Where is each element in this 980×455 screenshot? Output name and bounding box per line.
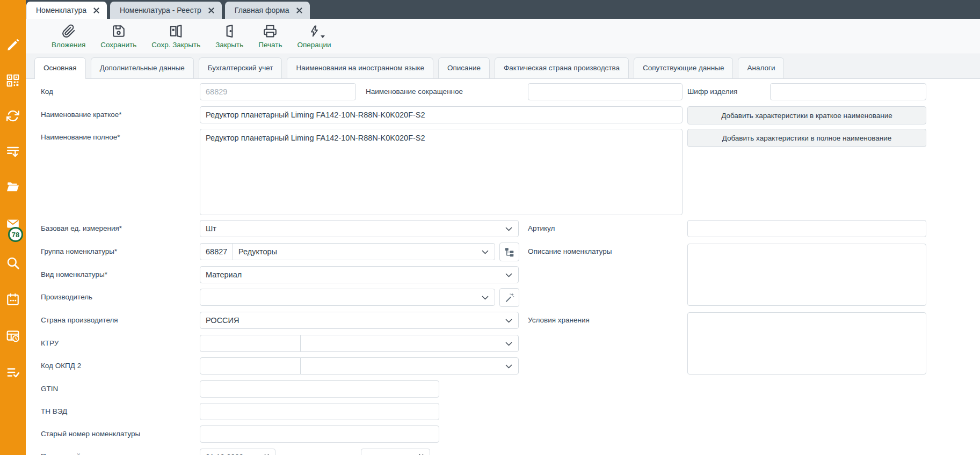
- product-cipher-input[interactable]: [770, 83, 926, 100]
- tnved-input[interactable]: [200, 403, 439, 420]
- base-unit-select[interactable]: Шт: [200, 220, 519, 237]
- nomenclature-description-label: Описание номенклатуры: [528, 247, 612, 255]
- date-from-value: 01.10.2022: [206, 453, 243, 455]
- magic-wand-icon: [504, 292, 514, 303]
- window-tab-glavnaya-forma[interactable]: Главная форма: [225, 2, 310, 19]
- toolbar-button-label: Сохранить: [100, 41, 136, 49]
- window-tab-label: Номенклатура - Реестр: [120, 6, 201, 14]
- manufacturer-country-value: РОССИЯ: [206, 316, 239, 325]
- toolbar-button-label: Закрыть: [215, 41, 243, 49]
- old-number-label: Старый номер номенклатуры: [41, 430, 140, 438]
- product-cipher-label: Шифр изделия: [687, 87, 737, 96]
- pencil-icon[interactable]: [6, 38, 20, 52]
- manufacturer-wizard-button[interactable]: [499, 288, 519, 307]
- tab-opisanie[interactable]: Описание: [438, 57, 490, 78]
- close-icon[interactable]: [208, 8, 214, 13]
- save-icon: [112, 24, 126, 39]
- okpd2-select[interactable]: [300, 357, 519, 375]
- window-tab-label: Главная форма: [235, 6, 289, 14]
- short-name-label: Наименование сокращенное: [366, 87, 463, 96]
- door-icon: [222, 24, 236, 39]
- nomenclature-kind-select[interactable]: Материал: [200, 266, 519, 283]
- storage-conditions-textarea[interactable]: [687, 312, 926, 375]
- chevron-down-icon: [482, 296, 489, 300]
- gtin-input[interactable]: [200, 380, 439, 398]
- chevron-down-icon: [505, 227, 512, 231]
- okpd2-code-input[interactable]: [200, 357, 301, 375]
- short-name-input[interactable]: [528, 83, 683, 100]
- tab-naimenovaniya-na-inostrannom[interactable]: Наименования на иностранном языке: [287, 57, 433, 78]
- add-characteristics-brief-button[interactable]: Добавить характеристики в краткое наимен…: [687, 106, 926, 124]
- manufacturer-label: Производитель: [41, 293, 92, 301]
- manufacturer-country-label: Страна производителя: [41, 316, 118, 324]
- nomenclature-group-value: Редукторы: [238, 247, 277, 256]
- tab-dopolnitelnye-dannye[interactable]: Дополнительные данные: [91, 57, 194, 78]
- operations-button[interactable]: Операции: [289, 19, 338, 54]
- close-button[interactable]: Закрыть: [208, 19, 251, 54]
- save-button[interactable]: Сохранить: [93, 19, 144, 54]
- manufacturer-country-select[interactable]: РОССИЯ: [200, 312, 519, 329]
- save-close-icon: [169, 24, 183, 39]
- chevron-down-icon: [505, 364, 512, 369]
- close-icon[interactable]: [93, 8, 99, 13]
- tab-osnovnaya[interactable]: Основная: [34, 57, 86, 79]
- nomenclature-group-label: Группа номенклатуры*: [41, 247, 117, 255]
- tnved-label: ТН ВЭД: [41, 407, 67, 415]
- sync-icon[interactable]: [6, 109, 20, 123]
- code-label: Код: [41, 87, 53, 96]
- schedule-icon[interactable]: [6, 329, 20, 343]
- tab-fakticheskaya-strana[interactable]: Фактическая страна производства: [495, 57, 629, 78]
- gtin-label: GTIN: [41, 385, 58, 393]
- attachments-button[interactable]: Вложения: [44, 19, 93, 54]
- tab-soputstvuyushchie-dannye[interactable]: Сопутствующие данные: [634, 57, 733, 78]
- toolbar: Вложения Сохранить Сохр. Закрыть Закрыть…: [26, 19, 980, 54]
- code-input[interactable]: [200, 83, 356, 100]
- print-button[interactable]: Печать: [251, 19, 289, 54]
- form-tab-strip: Основная Дополнительные данные Бухгалтер…: [26, 54, 980, 79]
- calendar-icon[interactable]: [6, 292, 20, 306]
- close-icon[interactable]: [296, 8, 302, 13]
- window-tab-nomenklatura[interactable]: Номенклатура: [26, 2, 107, 19]
- add-characteristics-full-button[interactable]: Добавить характеристики в полное наимено…: [687, 129, 926, 147]
- ktru-select[interactable]: [300, 335, 519, 352]
- ktru-label: КТРУ: [41, 339, 59, 347]
- validity-period-label: Период действия номенклатуры с: [41, 452, 156, 455]
- search-icon[interactable]: [6, 256, 20, 270]
- storage-conditions-label: Условия хранения: [528, 316, 590, 324]
- tab-analogi[interactable]: Аналоги: [738, 57, 784, 78]
- chevron-down-icon: [505, 319, 512, 323]
- manufacturer-select[interactable]: [200, 289, 495, 306]
- window-tab-label: Номенклатура: [36, 6, 86, 14]
- ktru-code-input[interactable]: [200, 335, 301, 352]
- date-to-field[interactable]: [361, 449, 430, 455]
- list-export-icon[interactable]: [6, 144, 20, 158]
- period-to-label: по: [283, 452, 291, 455]
- checklist-icon[interactable]: [6, 365, 20, 379]
- toolbar-button-label: Сохр. Закрыть: [151, 41, 200, 49]
- article-input[interactable]: [687, 220, 926, 237]
- qr-code-icon[interactable]: [6, 74, 20, 87]
- article-label: Артикул: [528, 224, 555, 232]
- tab-buhgalterskij-uchet[interactable]: Бухгалтерский учет: [199, 57, 282, 78]
- nomenclature-kind-label: Вид номенклатуры*: [41, 270, 107, 278]
- nomenclature-description-textarea[interactable]: [687, 244, 926, 306]
- base-unit-label: Базовая ед. измерения*: [41, 224, 122, 232]
- old-number-input[interactable]: [200, 425, 439, 443]
- sidebar: 78: [0, 0, 26, 455]
- mail-badge: 78: [8, 227, 23, 242]
- group-tree-button[interactable]: [499, 243, 519, 261]
- save-close-button[interactable]: Сохр. Закрыть: [144, 19, 208, 54]
- window-tab-bar: Номенклатура Номенклатура - Реестр Главн…: [26, 0, 980, 19]
- brief-name-label: Наименование краткое*: [41, 111, 121, 119]
- brief-name-input[interactable]: [200, 106, 683, 123]
- okpd2-label: Код ОКПД 2: [41, 362, 81, 370]
- nomenclature-group-code-input[interactable]: [200, 243, 233, 260]
- window-tab-nomenklatura-reestr[interactable]: Номенклатура - Реестр: [110, 2, 222, 19]
- calendar-icon: [417, 453, 425, 455]
- full-name-textarea[interactable]: Редуктор планетарный Liming FA142-10N-R8…: [200, 129, 683, 215]
- nomenclature-window: 78 Номенклатура Номенклатура - Реестр Гл…: [0, 0, 980, 455]
- nomenclature-group-select[interactable]: Редукторы: [233, 243, 495, 260]
- folder-icon[interactable]: [6, 180, 20, 194]
- tree-icon: [504, 247, 514, 257]
- date-from-field[interactable]: 01.10.2022: [200, 449, 275, 455]
